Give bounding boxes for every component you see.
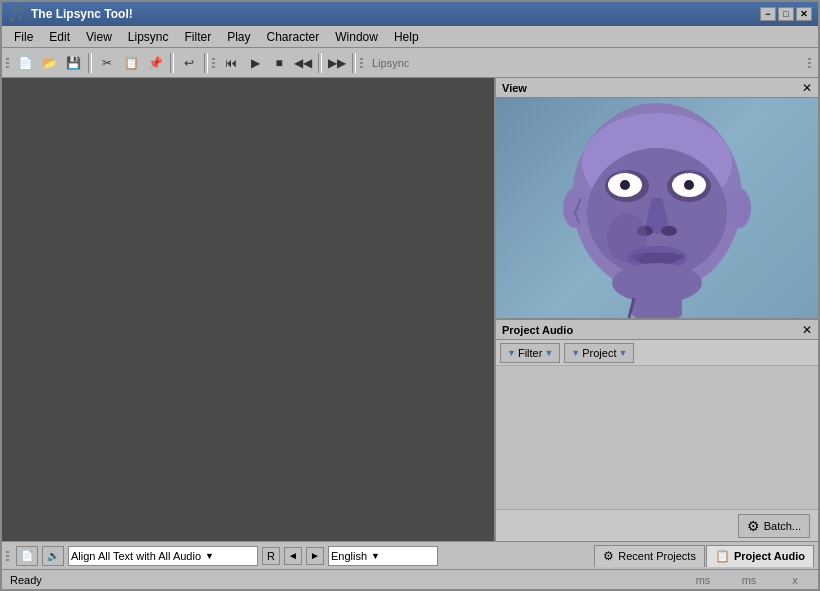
status-bar: Ready ms ms x: [2, 569, 818, 589]
view-panel-close-button[interactable]: ✕: [802, 81, 812, 95]
rewind-button[interactable]: ◀◀: [292, 52, 314, 74]
audio-footer: ⚙ Batch...: [496, 509, 818, 541]
toolbar-grip-4: [808, 53, 814, 73]
project-label: Project: [582, 347, 616, 359]
separator-2: [170, 53, 174, 73]
project-audio-icon: 📋: [715, 549, 730, 563]
project-dropdown-icon: ▼: [618, 348, 627, 358]
maximize-button[interactable]: □: [778, 7, 794, 21]
minimize-button[interactable]: −: [760, 7, 776, 21]
batch-label: Batch...: [764, 520, 801, 532]
right-panel: View ✕: [496, 78, 818, 541]
bottom-grip: [6, 546, 12, 566]
forward-button[interactable]: ▶▶: [326, 52, 348, 74]
view-panel-header: View ✕: [496, 78, 818, 98]
title-bar: 🎵 The Lipsync Tool! − □ ✕: [2, 2, 818, 26]
content-area: View ✕: [2, 78, 818, 541]
svg-point-3: [563, 188, 587, 228]
audio-panel-header: Project Audio ✕: [496, 320, 818, 340]
audio-content: [496, 366, 818, 509]
skip-back-button[interactable]: ⏮: [220, 52, 242, 74]
menu-play[interactable]: Play: [219, 28, 258, 46]
window-title: The Lipsync Tool!: [31, 7, 133, 21]
menu-window[interactable]: Window: [327, 28, 386, 46]
project-button[interactable]: ▼ Project ▼: [564, 343, 634, 363]
x-indicator: x: [780, 574, 810, 586]
lang-label: English: [331, 550, 367, 562]
project-audio-label: Project Audio: [734, 550, 805, 562]
svg-point-12: [661, 226, 677, 236]
svg-point-9: [620, 180, 630, 190]
filter-dropdown-icon: ▼: [544, 348, 553, 358]
menu-character[interactable]: Character: [259, 28, 328, 46]
separator-5: [352, 53, 356, 73]
batch-icon: ⚙: [747, 518, 760, 534]
right-arrow-button[interactable]: ►: [306, 547, 324, 565]
recent-projects-tab[interactable]: ⚙ Recent Projects: [594, 545, 705, 567]
bottom-btn-1[interactable]: 📄: [16, 546, 38, 566]
status-text: Ready: [10, 574, 680, 586]
view-panel-title: View: [502, 82, 527, 94]
paste-button[interactable]: 📌: [144, 52, 166, 74]
audio-panel-close-button[interactable]: ✕: [802, 323, 812, 337]
lang-dropdown-arrow: ▼: [371, 551, 380, 561]
app-icon: 🎵: [8, 6, 25, 22]
recent-projects-icon: ⚙: [603, 549, 614, 563]
svg-point-4: [727, 188, 751, 228]
menu-view[interactable]: View: [78, 28, 120, 46]
stop-button[interactable]: ■: [268, 52, 290, 74]
align-label: Align All Text with All Audio: [71, 550, 201, 562]
menu-filter[interactable]: Filter: [177, 28, 220, 46]
cut-button[interactable]: ✂: [96, 52, 118, 74]
align-dropdown[interactable]: Align All Text with All Audio ▼: [68, 546, 258, 566]
head-svg: [557, 98, 757, 318]
audio-panel: Project Audio ✕ ▼ Filter ▼ ▼ Project ▼: [496, 320, 818, 541]
copy-button[interactable]: 📋: [120, 52, 142, 74]
title-controls: − □ ✕: [760, 7, 812, 21]
batch-button[interactable]: ⚙ Batch...: [738, 514, 810, 538]
r-button[interactable]: R: [262, 547, 280, 565]
new-button[interactable]: 📄: [14, 52, 36, 74]
filter-label: Filter: [518, 347, 542, 359]
menu-help[interactable]: Help: [386, 28, 427, 46]
filter-button[interactable]: ▼ Filter ▼: [500, 343, 560, 363]
left-arrow-button[interactable]: ◄: [284, 547, 302, 565]
svg-point-10: [684, 180, 694, 190]
lipsync-label: Lipsync: [372, 57, 409, 69]
menu-lipsync[interactable]: Lipsync: [120, 28, 177, 46]
undo-button[interactable]: ↩: [178, 52, 200, 74]
ms-indicator-1: ms: [688, 574, 718, 586]
audio-toolbar: ▼ Filter ▼ ▼ Project ▼: [496, 340, 818, 366]
project-arrow-icon: ▼: [571, 348, 580, 358]
recent-projects-label: Recent Projects: [618, 550, 696, 562]
bottom-btn-2[interactable]: 🔊: [42, 546, 64, 566]
language-dropdown[interactable]: English ▼: [328, 546, 438, 566]
play-button[interactable]: ▶: [244, 52, 266, 74]
head-3d-view: [496, 98, 818, 318]
close-button[interactable]: ✕: [796, 7, 812, 21]
menu-file[interactable]: File: [6, 28, 41, 46]
left-panel: [2, 78, 496, 541]
align-dropdown-arrow: ▼: [205, 551, 214, 561]
svg-rect-15: [632, 288, 682, 318]
toolbar-grip-3: [360, 53, 366, 73]
menu-edit[interactable]: Edit: [41, 28, 78, 46]
title-bar-left: 🎵 The Lipsync Tool!: [8, 6, 133, 22]
toolbar-grip-1: [6, 53, 12, 73]
status-indicators: ms ms x: [688, 574, 810, 586]
view-content: [496, 98, 818, 318]
save-button[interactable]: 💾: [62, 52, 84, 74]
audio-panel-title: Project Audio: [502, 324, 573, 336]
open-button[interactable]: 📂: [38, 52, 60, 74]
main-window: 🎵 The Lipsync Tool! − □ ✕ File Edit View…: [0, 0, 820, 591]
toolbar-grip-2: [212, 53, 218, 73]
status-tabs: ⚙ Recent Projects 📋 Project Audio: [594, 545, 814, 567]
separator-3: [204, 53, 208, 73]
ms-indicator-2: ms: [734, 574, 764, 586]
separator-4: [318, 53, 322, 73]
project-audio-tab[interactable]: 📋 Project Audio: [706, 545, 814, 567]
menu-bar: File Edit View Lipsync Filter Play Chara…: [2, 26, 818, 48]
separator-1: [88, 53, 92, 73]
svg-point-16: [607, 213, 647, 263]
bottom-bar: 📄 🔊 Align All Text with All Audio ▼ R ◄ …: [2, 541, 818, 569]
